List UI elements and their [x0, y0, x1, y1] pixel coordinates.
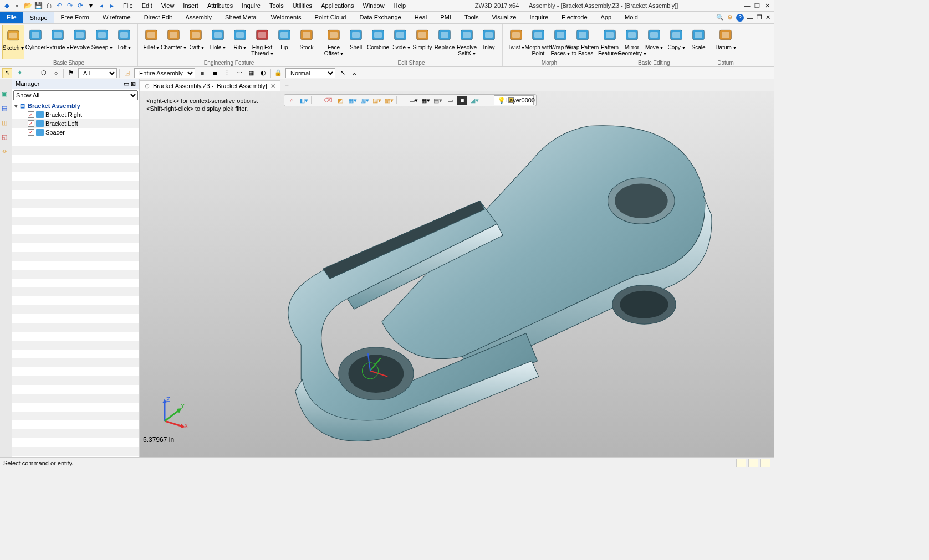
tab-inquire[interactable]: Inquire	[523, 12, 555, 23]
cursor2-icon[interactable]: ↖	[338, 68, 348, 78]
cmd-scale[interactable]: Scale	[687, 25, 709, 59]
tree-item[interactable]: Bracket Left	[12, 119, 139, 128]
menu-window[interactable]: Window	[358, 1, 389, 11]
print-icon[interactable]: ⎙	[44, 1, 53, 10]
cmd-combine[interactable]: Combine	[367, 25, 389, 59]
tab-weldments[interactable]: Weldments	[264, 12, 308, 23]
manager-show-select[interactable]: Show All	[13, 90, 138, 100]
pin-icon[interactable]: ▭	[124, 80, 129, 87]
save-icon[interactable]: 💾	[34, 1, 43, 10]
tab-file[interactable]: File	[0, 12, 23, 23]
poly-pick-icon[interactable]: ⬡	[39, 68, 49, 78]
opt2-icon[interactable]: ≣	[210, 68, 220, 78]
doc-tab[interactable]: ⊕ Bracket Assembly.Z3 - [Bracket Assembl…	[140, 80, 280, 91]
status-btn-2[interactable]	[748, 459, 758, 467]
cmd-shell[interactable]: Shell	[345, 25, 367, 59]
replay-back-icon[interactable]: ◂	[97, 1, 106, 10]
help-icon[interactable]: ?	[736, 14, 744, 22]
dock-history-icon[interactable]: ▤	[2, 105, 11, 114]
cmd-sketch[interactable]: Sketch ▾	[2, 25, 24, 59]
tab-heal[interactable]: Heal	[408, 12, 434, 23]
minimize-icon[interactable]: —	[743, 1, 752, 10]
cmd-copy[interactable]: Copy ▾	[665, 25, 687, 59]
link-icon[interactable]: ∞	[350, 68, 360, 78]
opt5-icon[interactable]: ▦	[246, 68, 256, 78]
checkbox-icon[interactable]	[28, 129, 34, 136]
mode-select[interactable]: Normal	[285, 68, 335, 78]
dropdown-icon[interactable]: ▾	[86, 1, 95, 10]
cmd-draft[interactable]: Draft ▾	[185, 25, 207, 59]
add-tab-button[interactable]: ＋	[280, 79, 294, 91]
3d-canvas[interactable]: <right-click> for context-sensitive opti…	[140, 91, 774, 457]
cmd-revolve[interactable]: Revolve	[69, 25, 91, 59]
checkbox-icon[interactable]	[28, 120, 34, 127]
cmd-chamfer[interactable]: Chamfer ▾	[162, 25, 185, 59]
pick-icon[interactable]: ↖	[2, 68, 12, 78]
circle-pick-icon[interactable]: ○	[51, 68, 61, 78]
tab-sheet-metal[interactable]: Sheet Metal	[218, 12, 264, 23]
tab-assembly[interactable]: Assembly	[178, 12, 218, 23]
cmd-face[interactable]: Face Offset ▾	[323, 25, 345, 59]
new-icon[interactable]: ▫	[13, 1, 22, 10]
cmd-hole[interactable]: Hole ▾	[207, 25, 229, 59]
tab-shape[interactable]: Shape	[23, 12, 54, 23]
opt6-icon[interactable]: ◐	[258, 68, 268, 78]
tab-tools[interactable]: Tools	[458, 12, 486, 23]
restore-icon[interactable]: ❐	[753, 1, 762, 10]
menu-help[interactable]: Help	[389, 1, 411, 11]
cmd-fillet[interactable]: Fillet ▾	[140, 25, 162, 59]
dock-view-icon[interactable]: ◱	[2, 133, 11, 142]
status-btn-3[interactable]	[760, 459, 770, 467]
tab-pmi[interactable]: PMI	[433, 12, 458, 23]
opt1-icon[interactable]: ≡	[197, 68, 207, 78]
menu-utilities[interactable]: Utilities	[288, 1, 317, 11]
menu-attributes[interactable]: Attributes	[203, 1, 237, 11]
menu-edit[interactable]: Edit	[137, 1, 157, 11]
cmd-wrap-pattern[interactable]: Wrap Pattern to Faces	[571, 25, 594, 59]
close-inner-icon[interactable]: ✕	[765, 14, 770, 21]
tab-direct-edit[interactable]: Direct Edit	[137, 12, 179, 23]
tab-free-form[interactable]: Free Form	[54, 12, 96, 23]
cmd-rib[interactable]: Rib ▾	[229, 25, 251, 59]
dock-layer-icon[interactable]: ◫	[2, 119, 11, 128]
tree-root[interactable]: ▾ ⊟ Bracket Assembly	[12, 101, 139, 110]
undo-icon[interactable]: ↶	[55, 1, 64, 10]
menu-inquire[interactable]: Inquire	[237, 1, 265, 11]
cmd-flag-ext[interactable]: Flag Ext Thread ▾	[251, 25, 273, 59]
filter-flag-icon[interactable]: ⚑	[66, 68, 76, 78]
dock-user-icon[interactable]: ☺	[2, 148, 11, 157]
cmd-datum[interactable]: Datum ▾	[714, 25, 737, 59]
tab-point-cloud[interactable]: Point Cloud	[308, 12, 353, 23]
cmd-loft[interactable]: Loft ▾	[113, 25, 135, 59]
remove-pick-icon[interactable]: —	[27, 68, 37, 78]
redo-icon[interactable]: ↷	[65, 1, 74, 10]
menu-tools[interactable]: Tools	[265, 1, 288, 11]
pin-tab-icon[interactable]: ⊕	[145, 83, 150, 90]
scope-icon[interactable]: ◲	[122, 68, 132, 78]
open-icon[interactable]: 📂	[23, 1, 32, 10]
filter-type-select[interactable]: All	[78, 68, 117, 78]
tree-item[interactable]: Bracket Right	[12, 110, 139, 119]
cmd-simplify[interactable]: Simplify	[411, 25, 433, 59]
tab-visualize[interactable]: Visualize	[486, 12, 523, 23]
tab-app[interactable]: App	[594, 12, 619, 23]
checkbox-icon[interactable]	[28, 111, 34, 118]
cmd-divide[interactable]: Divide ▾	[389, 25, 411, 59]
cmd-cylinder[interactable]: Cylinder	[24, 25, 47, 59]
cmd-lip[interactable]: Lip	[273, 25, 295, 59]
cmd-sweep[interactable]: Sweep ▾	[91, 25, 113, 59]
scope-select[interactable]: Entire Assembly	[134, 68, 195, 78]
opt4-icon[interactable]: ⋯	[234, 68, 244, 78]
assembly-tree[interactable]: ▾ ⊟ Bracket Assembly Bracket RightBracke…	[12, 101, 139, 457]
search-icon[interactable]: 🔍	[716, 14, 724, 21]
min-inner-icon[interactable]: —	[747, 14, 753, 21]
cmd-twist[interactable]: Twist ▾	[505, 25, 527, 59]
close-tab-icon[interactable]: ✕	[270, 83, 275, 90]
cmd-resolve[interactable]: Resolve SelfX ▾	[456, 25, 478, 59]
replay-fwd-icon[interactable]: ▸	[108, 1, 116, 10]
tab-data-exchange[interactable]: Data Exchange	[353, 12, 407, 23]
cmd-morph-with[interactable]: Morph with Point	[527, 25, 549, 59]
tab-mold[interactable]: Mold	[618, 12, 645, 23]
menu-file[interactable]: File	[119, 1, 137, 11]
status-btn-1[interactable]	[736, 459, 746, 467]
